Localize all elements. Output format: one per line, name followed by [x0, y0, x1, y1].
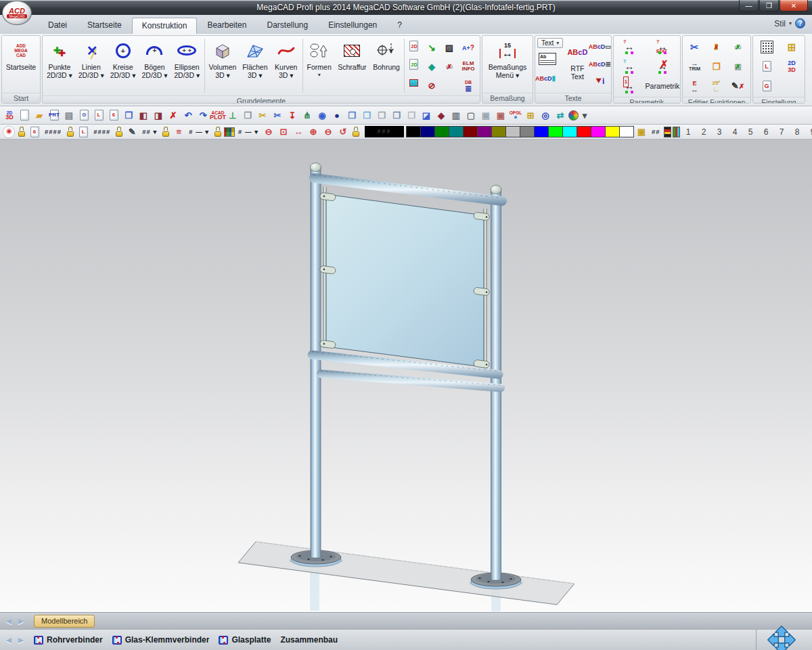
palette-icon[interactable]: [224, 127, 235, 137]
swatch-purple-icon[interactable]: [477, 126, 492, 137]
trim-button[interactable]: →TRIM: [687, 58, 703, 74]
filter-a-icon[interactable]: ####: [43, 125, 64, 139]
structure-button[interactable]: ⊞: [784, 39, 800, 55]
hatch-settings-button[interactable]: ▨: [441, 39, 457, 56]
startseite-button[interactable]: ADDMEGACAD Startseite: [3, 37, 39, 92]
view-sphere-icon[interactable]: ●: [330, 108, 344, 122]
swatch-navy-icon[interactable]: [420, 126, 435, 137]
zoom-limit-icon[interactable]: ⊖: [262, 125, 275, 139]
clamp-fitting-button[interactable]: [406, 74, 422, 91]
export-2d-hidden-button[interactable]: 2D: [406, 56, 422, 72]
zoom-in-icon[interactable]: ⊕: [307, 125, 320, 139]
text-style-dropdown[interactable]: Text▾: [537, 38, 563, 48]
insert-drop-icon[interactable]: ↧: [286, 108, 299, 122]
layout-doc-button[interactable]: L: [759, 58, 775, 74]
color-wheel-icon[interactable]: [568, 110, 579, 121]
next-area-button[interactable]: ▶: [16, 617, 26, 626]
restore-button[interactable]: ❐: [759, 0, 779, 12]
clip-plane-icon[interactable]: ◪: [420, 108, 433, 122]
print-preview-icon[interactable]: ⊙: [77, 108, 91, 122]
text-abcd-button[interactable]: ABcD▮: [537, 70, 554, 86]
box-glass-icon[interactable]: ❒: [360, 108, 374, 122]
pencil-delete-button[interactable]: ✎✗: [730, 78, 746, 94]
screen-scale-icon[interactable]: ◨: [152, 108, 165, 122]
bohrung-button[interactable]: Bohrung: [370, 37, 403, 95]
zoom-out-icon[interactable]: ⊖: [321, 125, 335, 139]
dim-value-button[interactable]: ↔1: [621, 78, 637, 94]
dim-question2-button[interactable]: ↔?: [621, 58, 637, 74]
swatch-white-icon[interactable]: [619, 126, 634, 137]
linetype-icon[interactable]: # — ▾: [187, 125, 211, 139]
element-search-button[interactable]: A+?: [460, 39, 476, 56]
volumen-3d-button[interactable]: Volumen3D ▾: [206, 37, 239, 95]
display-hiddenline-icon[interactable]: ▢: [464, 108, 478, 122]
text-field-button[interactable]: Ab: [537, 51, 558, 67]
view-9-icon[interactable]: 9: [806, 125, 812, 139]
new-file-icon[interactable]: [18, 108, 31, 122]
glass-panel[interactable]: [326, 194, 484, 367]
page-layout-icon[interactable]: L: [92, 108, 106, 122]
swatch-lime-icon[interactable]: [548, 126, 563, 137]
help-icon[interactable]: ?: [795, 18, 805, 28]
pen-icon[interactable]: ✎: [125, 125, 139, 139]
part-tab-1[interactable]: Rohrverbinder: [34, 635, 103, 645]
screen-redraw-icon[interactable]: ◧: [137, 108, 150, 122]
rotate-view-icon[interactable]: ◉: [315, 108, 329, 122]
elm-info-button[interactable]: ELMINFO: [460, 58, 476, 74]
flaechen-3d-button[interactable]: Flächen3D ▾: [240, 37, 271, 95]
cut-button[interactable]: ✂: [687, 39, 703, 55]
swatch-gray-icon[interactable]: [520, 126, 535, 137]
copy-arrange-icon[interactable]: ❐: [122, 108, 135, 122]
measure-chain-button[interactable]: ⊘: [424, 77, 440, 93]
swatch-teal-icon[interactable]: [449, 126, 464, 137]
copy-elements-button[interactable]: ❐: [708, 58, 725, 74]
undo-icon[interactable]: ↶: [181, 108, 195, 122]
to-2d3d-button[interactable]: 2D3D: [784, 58, 800, 74]
schraffur-button[interactable]: Schraffur: [335, 37, 370, 95]
view-6-icon[interactable]: 6: [759, 125, 773, 139]
cut-move-icon[interactable]: ✂: [271, 108, 284, 122]
stamp-button[interactable]: ▮✗: [708, 39, 725, 55]
lock-pen-icon[interactable]: [160, 125, 171, 139]
swatch-black-icon[interactable]: [406, 126, 421, 137]
save-prt-icon[interactable]: PRT: [47, 108, 61, 122]
style-menu[interactable]: Stil ▾ ?: [774, 18, 805, 28]
acad-plot-icon[interactable]: ACADPLOT: [211, 108, 225, 122]
delete-marker-icon[interactable]: ✗: [166, 108, 180, 122]
delete-selection-button[interactable]: ▭✗: [730, 39, 746, 55]
linestyle-icon[interactable]: # — ▾: [236, 125, 261, 139]
rtf-text-button[interactable]: ABcD RTF Text: [565, 38, 589, 91]
axes-3d-icon[interactable]: ⋔: [300, 108, 314, 122]
bemassungs-menue-button[interactable]: 15↔ Bemaßungs Menü ▾: [484, 37, 531, 92]
close-button[interactable]: ✕: [780, 0, 808, 12]
punkte-2d3d-button[interactable]: ✚✚ Punkte2D/3D ▾: [44, 37, 75, 95]
tab-darstellung[interactable]: Darstellung: [256, 18, 318, 34]
view-3-icon[interactable]: 3: [713, 125, 727, 139]
filter-b-icon[interactable]: ####: [91, 125, 112, 139]
text-lines-button[interactable]: ABcD≣: [591, 56, 608, 72]
layer-bars2-icon[interactable]: [673, 127, 680, 137]
part-tab-4[interactable]: Zusammenbau: [280, 635, 338, 645]
modellbereich-tab[interactable]: Modellbereich: [34, 615, 95, 628]
dim-e-button[interactable]: E↔: [687, 78, 703, 94]
dim-question-button[interactable]: ↔?: [621, 39, 637, 55]
zoom-window-icon[interactable]: ⊡: [277, 125, 290, 139]
zoom-previous-icon[interactable]: ↺: [336, 125, 350, 139]
zoom-fit-icon[interactable]: ↔: [292, 125, 305, 139]
lock-filter-a-icon[interactable]: [65, 125, 75, 139]
toggle-2d-3d-icon[interactable]: 2D3D: [3, 108, 16, 122]
ellipsen-2d3d-button[interactable]: ++ Ellipsen2D/3D ▾: [171, 37, 203, 95]
box-views2-icon[interactable]: ❒: [390, 108, 403, 122]
open-file-icon[interactable]: ▰: [32, 108, 46, 122]
tab-help[interactable]: ?: [387, 18, 412, 34]
box-views1-icon[interactable]: ❒: [375, 108, 388, 122]
view-4-icon[interactable]: 4: [728, 125, 742, 139]
model-viewport[interactable]: [0, 139, 812, 612]
layer-bars-icon[interactable]: [664, 127, 671, 137]
boegen-2d3d-button[interactable]: + Bögen2D/3D ▾: [139, 37, 171, 95]
db-output-button[interactable]: DB≣: [460, 77, 476, 93]
page-6-small-icon[interactable]: 6: [28, 125, 41, 139]
prev-area-button[interactable]: ◀: [4, 617, 14, 626]
group-doc-button[interactable]: G: [759, 78, 775, 94]
lock-filter-b-icon[interactable]: [114, 125, 124, 139]
